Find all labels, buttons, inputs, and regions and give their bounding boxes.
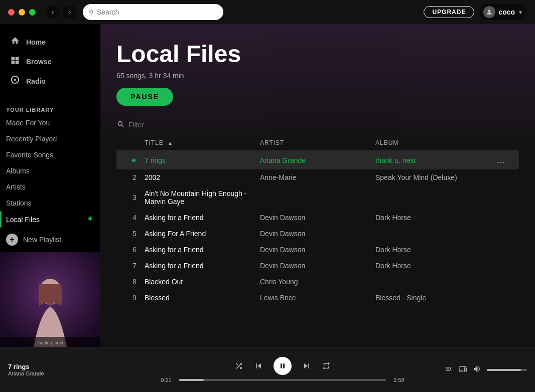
sidebar-label-local-files: Local Files: [6, 216, 40, 224]
track-title: Asking For A Friend: [145, 230, 260, 238]
upgrade-button[interactable]: UPGRADE: [424, 6, 474, 18]
pause-button[interactable]: PAUSE: [116, 88, 173, 106]
track-list: 7 ringsAriana Grandethank u, next…22002A…: [116, 151, 519, 306]
user-menu-button[interactable]: coco ▼: [479, 4, 527, 20]
queue-button[interactable]: [445, 365, 453, 375]
new-playlist-button[interactable]: + New Playlist: [0, 228, 100, 252]
previous-button[interactable]: [253, 361, 263, 371]
forward-button[interactable]: ›: [63, 5, 77, 19]
sidebar-nav: Home Browse Radio: [0, 24, 100, 99]
bottom-player: 7 rings Ariana Grande 0:21: [0, 347, 535, 392]
sidebar-item-albums[interactable]: Albums: [0, 163, 100, 179]
track-number: 2: [124, 173, 145, 181]
next-button[interactable]: [302, 361, 312, 371]
table-row[interactable]: 7Asking for a FriendDevin DawsonDark Hor…: [116, 258, 519, 274]
sidebar-label-artists: Artists: [6, 183, 26, 191]
sidebar-label-favorite-songs: Favorite Songs: [6, 151, 53, 159]
track-number: 3: [124, 193, 145, 202]
radio-icon: [10, 75, 20, 87]
svg-rect-1: [12, 57, 15, 60]
devices-button[interactable]: [459, 365, 467, 375]
track-artist: Devin Dawson: [260, 230, 375, 238]
table-row[interactable]: 22002Anne-MarieSpeak Your Mind (Deluxe): [116, 169, 519, 185]
col-header-artist: ARTIST: [260, 139, 375, 146]
svg-point-0: [488, 10, 491, 12]
volume-bar[interactable]: [487, 369, 527, 371]
minimize-button[interactable]: [19, 9, 25, 16]
sidebar-label-radio: Radio: [26, 77, 46, 85]
track-artist: Devin Dawson: [260, 214, 375, 222]
search-input[interactable]: [97, 8, 207, 16]
now-playing-icon: [87, 215, 94, 224]
track-number: 5: [124, 230, 145, 238]
shuffle-button[interactable]: [234, 361, 243, 370]
volume-button[interactable]: [473, 365, 481, 375]
sidebar-label-browse: Browse: [26, 58, 52, 66]
player-track-info: 7 rings Ariana Grande: [8, 363, 44, 376]
track-album: Dark Horse: [375, 246, 491, 254]
library-section-label: YOUR LIBRARY: [0, 99, 100, 115]
chevron-down-icon: ▼: [518, 10, 523, 15]
svg-rect-3: [12, 61, 15, 64]
sidebar-item-local-files[interactable]: Local Files: [0, 211, 100, 228]
sidebar-label-home: Home: [26, 38, 46, 46]
player-right: [417, 365, 527, 375]
svg-text:thank u, next: thank u, next: [37, 340, 63, 345]
table-row[interactable]: 4Asking for a FriendDevin DawsonDark Hor…: [116, 210, 519, 226]
table-row[interactable]: 8Blacked OutChris Young: [116, 274, 519, 290]
table-row[interactable]: 6Asking for a FriendDevin DawsonDark Hor…: [116, 242, 519, 258]
track-artist: Lewis Brice: [260, 294, 375, 302]
track-table-header: TITLE ▲ ARTIST ALBUM: [116, 135, 519, 151]
repeat-button[interactable]: [322, 361, 331, 370]
sidebar-item-browse[interactable]: Browse: [4, 52, 96, 71]
back-button[interactable]: ‹: [46, 5, 60, 19]
add-icon: +: [6, 234, 18, 246]
col-header-more: [491, 139, 511, 146]
player-track-artist: Ariana Grande: [8, 370, 44, 376]
sidebar-item-home[interactable]: Home: [4, 32, 96, 52]
track-number: 9: [124, 294, 145, 302]
table-row[interactable]: 5Asking For A FriendDevin Dawson: [116, 226, 519, 242]
sidebar-item-recently-played[interactable]: Recently Played: [0, 131, 100, 147]
player-track-name: 7 rings: [8, 363, 44, 370]
sidebar-album-art: thank u, next Ariana Grande: [0, 252, 100, 347]
sidebar-item-stations[interactable]: Stations: [0, 195, 100, 211]
table-row[interactable]: 7 ringsAriana Grandethank u, next…: [116, 151, 519, 169]
user-name: coco: [498, 8, 515, 16]
filter-input[interactable]: [128, 121, 229, 129]
progress-fill: [179, 379, 204, 381]
track-title: Asking for a Friend: [145, 262, 260, 270]
avatar: [483, 6, 495, 18]
nav-arrows: ‹ ›: [46, 5, 77, 19]
track-number: 4: [124, 214, 145, 222]
sidebar-item-favorite-songs[interactable]: Favorite Songs: [0, 147, 100, 163]
search-bar[interactable]: ⚲: [83, 4, 223, 20]
sidebar-item-radio[interactable]: Radio: [4, 71, 96, 91]
track-album: Dark Horse: [375, 262, 491, 270]
progress-bar[interactable]: [179, 379, 386, 381]
window-controls: [8, 9, 36, 16]
track-title: Blacked Out: [145, 278, 260, 286]
sidebar-item-artists[interactable]: Artists: [0, 179, 100, 195]
track-list-container: TITLE ▲ ARTIST ALBUM 7 ringsAriana Grand…: [100, 114, 535, 306]
table-row[interactable]: 9BlessedLewis BriceBlessed - Single: [116, 290, 519, 306]
player-progress: 0:21 2:58: [157, 377, 408, 383]
maximize-button[interactable]: [29, 9, 36, 16]
sort-icon: ▲: [168, 140, 173, 146]
table-row[interactable]: 3Ain't No Mountain High Enough - Marvin …: [116, 185, 519, 210]
col-header-title: TITLE ▲: [145, 139, 260, 146]
track-artist: Ariana Grande: [260, 156, 375, 164]
track-more-button[interactable]: …: [491, 155, 511, 165]
player-center: 0:21 2:58: [149, 357, 417, 383]
track-filter: [116, 114, 519, 135]
sidebar-item-made-for-you[interactable]: Made For You: [0, 115, 100, 131]
top-bar: ‹ › ⚲ UPGRADE coco ▼: [0, 0, 535, 24]
play-pause-button[interactable]: [274, 357, 292, 375]
player-left: 7 rings Ariana Grande: [8, 363, 149, 376]
close-button[interactable]: [8, 9, 15, 16]
volume-fill: [487, 369, 521, 371]
current-time: 0:21: [157, 377, 175, 383]
svg-rect-4: [16, 61, 19, 64]
browse-icon: [10, 56, 20, 67]
col-header-num: [124, 139, 145, 146]
